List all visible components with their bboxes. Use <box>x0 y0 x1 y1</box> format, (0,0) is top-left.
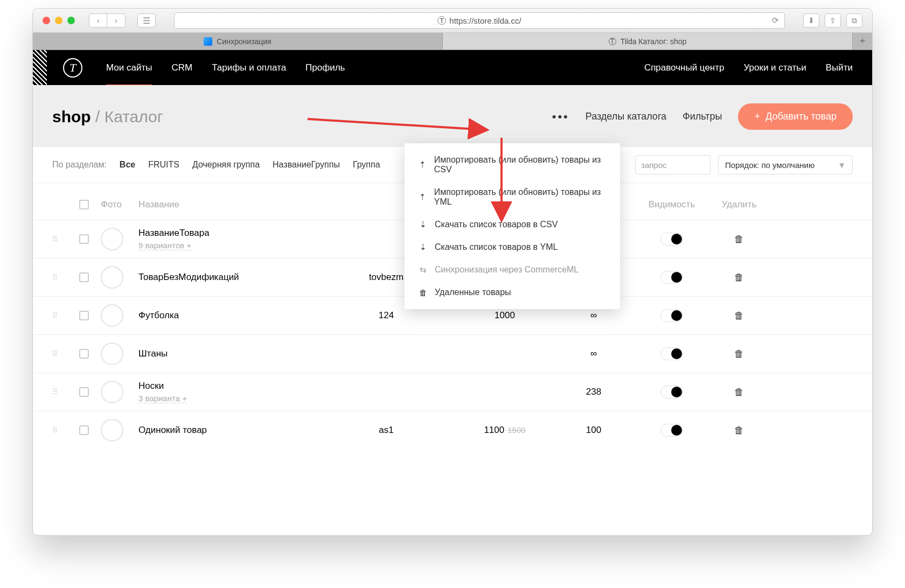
delete-button[interactable]: 🗑 <box>709 387 769 398</box>
tabs-icon[interactable]: ⧉ <box>846 13 862 27</box>
row-checkbox[interactable] <box>79 272 89 282</box>
add-product-button[interactable]: +Добавить товар <box>738 103 853 130</box>
dropdown-label: Скачать список товаров в YML <box>435 242 558 252</box>
product-qty: ∞ <box>553 348 634 359</box>
delete-button[interactable]: 🗑 <box>709 234 769 245</box>
browser-tabs: Синхронизация TTilda Каталог: shop + <box>33 33 872 50</box>
row-checkbox[interactable] <box>79 425 89 435</box>
dropdown-icon: ⇡ <box>419 160 427 170</box>
share-icon[interactable]: ⇪ <box>825 13 841 27</box>
product-thumbnail[interactable] <box>101 266 123 289</box>
minimize-window[interactable] <box>55 17 62 24</box>
product-thumbnail[interactable] <box>101 419 123 442</box>
close-window[interactable] <box>43 17 50 24</box>
downloads-icon[interactable]: ⬇ <box>803 13 819 27</box>
product-thumbnail[interactable] <box>101 381 123 403</box>
dropdown-label: Импортировать (или обновить) товары из Y… <box>434 187 606 207</box>
breadcrumb: shop / Каталог <box>52 108 163 126</box>
reload-icon[interactable]: ⟳ <box>772 16 779 25</box>
visibility-toggle[interactable] <box>660 386 683 398</box>
product-qty: ∞ <box>553 310 634 321</box>
window-controls <box>43 17 75 24</box>
dropdown-item[interactable]: ⇣Скачать список товаров в CSV <box>405 213 620 236</box>
product-sku: 124 <box>316 310 456 321</box>
dropdown-icon: ⇣ <box>419 242 427 252</box>
filters-link[interactable]: Фильтры <box>683 111 722 122</box>
filter-group-name[interactable]: НазваниеГруппы <box>273 160 340 170</box>
delete-button[interactable]: 🗑 <box>709 310 769 321</box>
tab-sync[interactable]: Синхронизация <box>33 33 443 50</box>
filter-group[interactable]: Группа <box>353 160 380 170</box>
dropdown-item[interactable]: 🗑Удаленные товары <box>405 281 620 304</box>
table-row[interactable]: ⠿ Штаны ∞ 🗑 <box>33 334 872 373</box>
main-nav: T Мои сайты CRM Тарифы и оплата Профиль … <box>33 50 872 85</box>
variants-link[interactable]: 3 варианта + <box>138 394 187 403</box>
chevron-down-icon: ▼ <box>838 160 846 170</box>
row-checkbox[interactable] <box>79 387 89 397</box>
product-thumbnail[interactable] <box>101 228 123 250</box>
visibility-toggle[interactable] <box>660 271 683 284</box>
address-bar[interactable]: T https://store.tilda.cc/ ⟳ <box>174 12 785 29</box>
sort-select[interactable]: Порядок: по умолчанию▼ <box>718 155 853 174</box>
dropdown-item[interactable]: ⇣Скачать список товаров в YML <box>405 236 620 258</box>
filter-child-group[interactable]: Дочерняя группа <box>192 160 260 170</box>
sidebar-toggle[interactable]: ☰ <box>137 13 156 27</box>
nav-tutorials[interactable]: Уроки и статьи <box>744 62 806 73</box>
table-row[interactable]: ⠿ Одинокий товар as1 11001500 100 🗑 <box>33 411 872 449</box>
visibility-toggle[interactable] <box>660 309 683 322</box>
filter-all[interactable]: Все <box>120 160 135 170</box>
page-header: shop / Каталог ••• Разделы каталога Филь… <box>33 85 872 147</box>
dropdown-item[interactable]: ⇡Импортировать (или обновить) товары из … <box>405 181 620 213</box>
back-button[interactable]: ‹ <box>89 13 107 27</box>
dropdown-item[interactable]: ⇆Синхронизация через CommerceML <box>405 258 620 281</box>
product-price: 11001500 <box>456 425 553 436</box>
visibility-toggle[interactable] <box>660 233 683 246</box>
catalog-sections-link[interactable]: Разделы каталога <box>586 111 666 122</box>
dropdown-icon: 🗑 <box>419 288 427 297</box>
product-thumbnail[interactable] <box>101 304 123 327</box>
row-checkbox[interactable] <box>79 311 89 320</box>
drag-handle-icon[interactable]: ⠿ <box>52 388 79 396</box>
row-checkbox[interactable] <box>79 234 89 244</box>
delete-button[interactable]: 🗑 <box>709 348 769 360</box>
delete-button[interactable]: 🗑 <box>709 272 769 283</box>
product-thumbnail[interactable] <box>101 342 123 365</box>
search-input[interactable]: запрос <box>635 155 711 174</box>
dropdown-label: Синхронизация через CommerceML <box>435 265 579 275</box>
drag-handle-icon[interactable]: ⠿ <box>52 273 79 282</box>
nav-help[interactable]: Справочный центр <box>644 62 725 73</box>
nav-pricing[interactable]: Тарифы и оплата <box>212 62 286 73</box>
table-row[interactable]: ⠿ Носки3 варианта + 238 🗑 <box>33 373 872 411</box>
forward-button[interactable]: › <box>107 13 126 27</box>
drag-handle-icon[interactable]: ⠿ <box>52 311 79 320</box>
visibility-toggle[interactable] <box>660 424 683 437</box>
more-menu-button[interactable]: ••• <box>552 110 569 124</box>
tilda-logo[interactable]: T <box>63 58 82 78</box>
dropdown-label: Импортировать (или обновить) товары из C… <box>434 155 606 174</box>
nav-crm[interactable]: CRM <box>171 62 192 73</box>
col-delete: Удалить <box>709 199 769 210</box>
product-name: Одинокий товар <box>138 425 316 436</box>
filter-fruits[interactable]: FRUITS <box>148 160 179 170</box>
nav-logout[interactable]: Выйти <box>826 62 853 73</box>
drag-handle-icon[interactable]: ⠿ <box>52 235 79 243</box>
select-all-checkbox[interactable] <box>79 200 89 209</box>
delete-button[interactable]: 🗑 <box>709 425 769 436</box>
tab-catalog[interactable]: TTilda Каталог: shop <box>443 33 853 50</box>
product-qty: 238 <box>553 387 634 397</box>
product-qty: 100 <box>553 425 634 436</box>
row-checkbox[interactable] <box>79 349 89 359</box>
dropdown-item[interactable]: ⇡Импортировать (или обновить) товары из … <box>405 149 620 181</box>
dropdown-label: Удаленные товары <box>435 288 511 297</box>
new-tab-button[interactable]: + <box>853 33 872 50</box>
product-name: Носки <box>138 381 316 391</box>
brand-pattern <box>33 50 47 85</box>
maximize-window[interactable] <box>67 17 75 24</box>
variants-link[interactable]: 9 вариантов + <box>138 241 191 250</box>
drag-handle-icon[interactable]: ⠿ <box>52 426 79 435</box>
visibility-toggle[interactable] <box>660 347 683 360</box>
nav-profile[interactable]: Профиль <box>305 62 345 73</box>
nav-my-sites[interactable]: Мои сайты <box>106 62 152 86</box>
dropdown-label: Скачать список товаров в CSV <box>435 220 558 229</box>
drag-handle-icon[interactable]: ⠿ <box>52 349 79 358</box>
